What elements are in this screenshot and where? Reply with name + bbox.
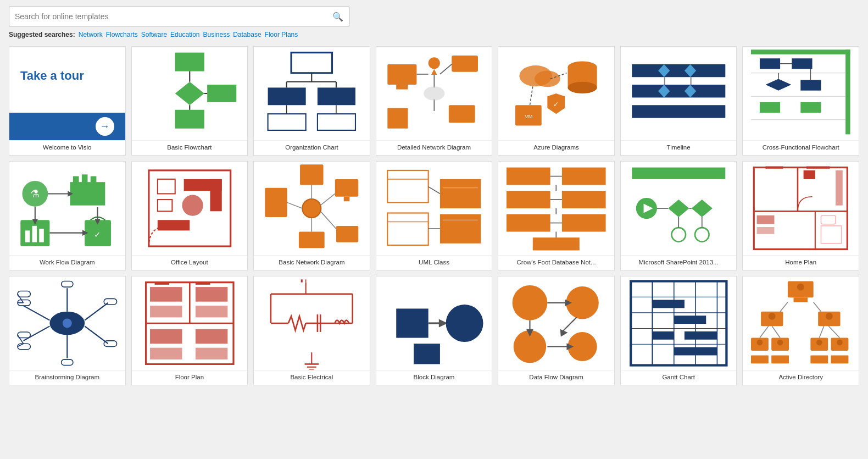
svg-rect-176: [195, 306, 227, 317]
svg-line-97: [287, 202, 303, 208]
svg-rect-40: [632, 64, 725, 77]
svg-rect-95: [336, 226, 358, 242]
svg-marker-128: [668, 200, 689, 217]
suggested-floorplans[interactable]: Floor Plans: [265, 31, 298, 38]
svg-sharepoint: [621, 162, 737, 255]
card-sharepoint[interactable]: Microsoft SharePoint 2013...: [620, 161, 737, 270]
svg-line-157: [18, 335, 24, 344]
svg-marker-24: [431, 69, 437, 75]
card-timeline[interactable]: Timeline: [620, 46, 737, 156]
card-uml-class[interactable]: UML Class: [376, 161, 493, 270]
card-basic-network[interactable]: Basic Network Diagram: [253, 161, 370, 270]
svg-point-236: [797, 284, 804, 291]
svg-rect-114: [562, 168, 606, 185]
svg-rect-145: [757, 227, 775, 234]
card-azure[interactable]: VM ✓ Azure Diagrams: [498, 46, 615, 156]
card-thumb-uml-class: [376, 162, 492, 255]
svg-text:✓: ✓: [94, 230, 101, 239]
card-label-office-layout: Office Layout: [132, 255, 248, 270]
card-label-gantt: Gantt Chart: [621, 370, 737, 385]
suggested-education[interactable]: Education: [170, 31, 199, 38]
card-welcome[interactable]: Take a tour → Welcome to Visio: [9, 46, 126, 156]
svg-rect-116: [507, 214, 550, 232]
card-block-diagram[interactable]: Block Diagram: [376, 276, 493, 385]
svg-rect-59: [801, 102, 821, 113]
svg-brainstorming: [9, 276, 125, 370]
card-label-workflow: Work Flow Diagram: [9, 255, 125, 270]
card-thumb-crows-foot: [498, 162, 614, 255]
svg-point-245: [757, 340, 763, 346]
suggested-database[interactable]: Database: [233, 31, 261, 38]
svg-rect-113: [507, 191, 550, 208]
svg-rect-7: [291, 53, 332, 73]
svg-line-154: [85, 326, 108, 344]
card-active-directory[interactable]: Active Directory: [742, 276, 859, 385]
svg-rect-92: [300, 164, 324, 185]
card-label-sharepoint: Microsoft SharePoint 2013...: [621, 255, 737, 270]
svg-home-plan: [743, 162, 859, 255]
search-input[interactable]: [15, 12, 332, 21]
suggested-software[interactable]: Software: [141, 31, 167, 38]
svg-rect-72: [39, 229, 44, 242]
suggested-flowcharts[interactable]: Flowcharts: [106, 31, 138, 38]
suggested-network[interactable]: Network: [79, 31, 103, 38]
svg-point-237: [769, 313, 776, 320]
svg-rect-140: [821, 215, 836, 224]
svg-rect-197: [396, 308, 428, 338]
svg-rect-66: [73, 176, 79, 184]
svg-point-130: [671, 228, 686, 242]
card-label-data-flow: Data Flow Diagram: [498, 370, 614, 385]
card-gantt[interactable]: Gantt Chart: [620, 276, 737, 385]
svg-basic-network: [254, 162, 370, 255]
card-thumb-block-diagram: [376, 276, 492, 370]
svg-rect-18: [387, 64, 416, 85]
svg-rect-19: [396, 85, 408, 90]
card-thumb-active-directory: [743, 276, 859, 370]
card-workflow[interactable]: ⚗ ✓: [9, 161, 126, 270]
card-cross-functional[interactable]: Cross-Functional Flowchart: [742, 46, 859, 156]
card-label-active-directory: Active Directory: [743, 370, 859, 385]
svg-rect-96: [299, 232, 325, 248]
card-label-basic-electrical: Basic Electrical: [254, 370, 370, 385]
card-basic-electrical[interactable]: Basic Electrical: [253, 276, 370, 385]
svg-rect-223: [652, 300, 684, 308]
svg-rect-179: [195, 329, 227, 344]
svg-rect-89: [157, 200, 172, 211]
card-thumb-brainstorming: [9, 276, 125, 370]
svg-line-100: [321, 212, 336, 229]
card-org-chart[interactable]: Organization Chart: [253, 46, 370, 156]
svg-floor-plan: [132, 276, 248, 370]
card-thumb-basic-network: [254, 162, 370, 255]
card-label-crows-foot: Crow's Foot Database Not...: [498, 255, 614, 270]
svg-rect-125: [632, 168, 725, 179]
card-data-flow[interactable]: Data Flow Diagram: [498, 276, 615, 385]
card-label-basic-network: Basic Network Diagram: [254, 255, 370, 270]
card-office-layout[interactable]: Office Layout: [131, 161, 248, 270]
svg-active-directory: [743, 276, 859, 370]
search-bar[interactable]: 🔍: [9, 7, 349, 26]
svg-rect-94: [344, 197, 350, 202]
card-basic-flowchart[interactable]: Basic Flowchart: [131, 46, 248, 156]
card-thumb-data-flow: [498, 276, 614, 370]
svg-rect-102: [387, 170, 428, 202]
svg-rect-175: [195, 287, 227, 302]
svg-rect-21: [449, 105, 475, 123]
svg-rect-55: [792, 58, 813, 69]
svg-rect-146: [804, 170, 815, 179]
card-floor-plan[interactable]: Floor Plan: [131, 276, 248, 385]
card-thumb-basic-electrical: [254, 276, 370, 370]
svg-point-87: [182, 195, 203, 216]
search-icon: 🔍: [332, 12, 343, 22]
suggested-business[interactable]: Business: [203, 31, 230, 38]
svg-rect-104: [387, 213, 428, 245]
svg-rect-201: [414, 344, 440, 364]
card-crows-foot[interactable]: Crow's Foot Database Not...: [498, 161, 615, 270]
card-home-plan[interactable]: Home Plan: [742, 161, 859, 270]
card-brainstorming[interactable]: Brainstorming Diagram: [9, 276, 126, 385]
svg-line-239: [781, 302, 788, 312]
svg-rect-50: [846, 49, 851, 134]
card-detailed-network[interactable]: Detailed Network Diagram: [376, 46, 493, 156]
svg-point-248: [837, 340, 843, 346]
svg-rect-42: [632, 105, 725, 118]
svg-line-241: [760, 326, 769, 338]
